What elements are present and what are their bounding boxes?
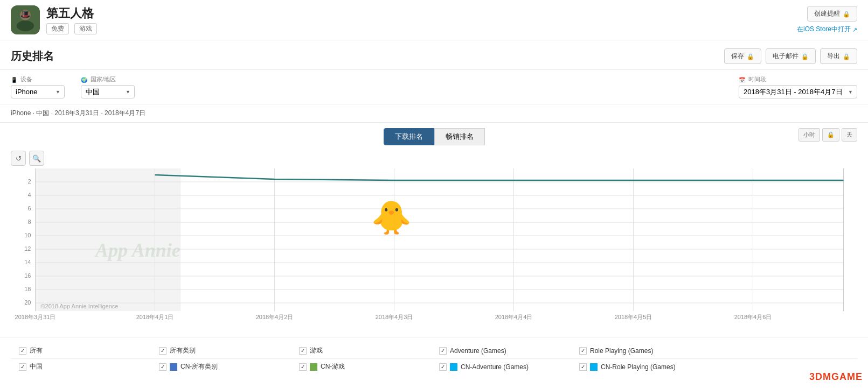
cn-adventure-color [450, 363, 457, 371]
time-period-select[interactable]: 2018年3月31日 - 2018年4月7日 [739, 85, 857, 98]
svg-text:14: 14 [24, 259, 31, 265]
legend-label-cn: 中国 [30, 362, 43, 371]
app-badge-game: 游戏 [74, 23, 97, 34]
hour-button[interactable]: 小时 [798, 128, 820, 142]
save-lock-icon [747, 53, 754, 60]
svg-text:18: 18 [24, 286, 31, 292]
app-icon: 🎩 [11, 5, 40, 34]
chart-container: 下载排名 畅销排名 小时 天 ↺ 🔍 [0, 123, 868, 337]
app-header: 🎩 第五人格 免费 游戏 创建提醒 在iOS Store中打开 [0, 0, 868, 40]
app-badge-free: 免费 [46, 23, 69, 34]
svg-text:2018年4月4日: 2018年4月4日 [495, 314, 533, 320]
svg-text:2018年4月6日: 2018年4月6日 [734, 314, 772, 320]
save-button[interactable]: 保存 [724, 48, 761, 64]
legend-item-role-playing: Role Playing (Games) [571, 343, 711, 358]
svg-text:10: 10 [24, 232, 31, 238]
export-lock-icon [843, 53, 850, 60]
legend-row-2: 中国 CN-所有类别 CN-游戏 CN-Adventure (Games) CN… [11, 358, 857, 375]
svg-text:2018年4月2日: 2018年4月2日 [256, 314, 294, 320]
device-select[interactable]: iPhone iPad [11, 85, 65, 98]
tab-revenue-rank[interactable]: 畅销排名 [434, 128, 485, 145]
chart-tabs: 下载排名 畅销排名 小时 天 [11, 128, 857, 145]
device-select-wrapper: iPhone iPad [11, 85, 65, 98]
cn-all-category-color [170, 363, 177, 371]
svg-text:6: 6 [27, 205, 31, 211]
svg-text:8: 8 [27, 218, 31, 225]
lock-button[interactable] [822, 128, 839, 142]
export-button[interactable]: 导出 [820, 48, 857, 64]
create-alert-button[interactable]: 创建提醒 [807, 6, 857, 22]
legend-checkbox-games[interactable] [299, 347, 307, 355]
legend-label-cn-adventure: CN-Adventure (Games) [461, 363, 529, 371]
legend-checkbox-role-playing[interactable] [579, 347, 587, 355]
legend-checkbox-all[interactable] [19, 347, 26, 355]
svg-text:12: 12 [24, 245, 31, 252]
section-title: 历史排名 [11, 49, 54, 64]
chart-time-buttons: 小时 天 [798, 128, 857, 142]
device-label: 设备 [11, 75, 65, 83]
legend-checkbox-cn-games[interactable] [299, 363, 307, 371]
legend-checkbox-cn-all-category[interactable] [159, 363, 166, 371]
breadcrumb: iPhone · 中国 · 2018年3月31日 · 2018年4月7日 [0, 104, 868, 123]
section-actions: 保存 电子邮件 导出 [724, 48, 857, 64]
legend-checkbox-cn-adventure[interactable] [439, 363, 447, 371]
legend-item-games: 游戏 [291, 343, 431, 358]
time-lock-icon [827, 131, 835, 138]
email-button[interactable]: 电子邮件 [766, 48, 816, 64]
country-icon [81, 76, 88, 83]
time-period-select-wrapper: 2018年3月31日 - 2018年4月7日 [739, 85, 857, 98]
legend-label-all: 所有 [30, 346, 43, 355]
legend-label-cn-games: CN-游戏 [321, 362, 345, 371]
device-icon [11, 76, 18, 83]
create-alert-lock-icon [843, 10, 850, 18]
cn-role-playing-color [590, 363, 598, 371]
legend-item-cn-all-category: CN-所有类别 [151, 359, 291, 375]
app-title-area: 第五人格 免费 游戏 [46, 5, 97, 34]
legend-item-cn: 中国 [11, 359, 151, 375]
country-label: 国家/地区 [81, 75, 135, 83]
legend-container: 所有 所有类别 游戏 Adventure (Games) Role Playin… [0, 337, 868, 380]
legend-label-games: 游戏 [310, 346, 323, 355]
svg-text:©2018 App Annie Intelligence: ©2018 App Annie Intelligence [41, 303, 119, 309]
corner-logo: 3DMGAME [809, 371, 863, 383]
app-meta: 免费 游戏 [46, 23, 97, 34]
filters-row: 设备 iPhone iPad 国家/地区 中国 美国 时间段 2018年3 [0, 70, 868, 104]
legend-label-all-category: 所有类别 [170, 346, 196, 355]
svg-text:2: 2 [27, 178, 31, 185]
legend-label-cn-all-category: CN-所有类别 [180, 362, 218, 371]
tab-download-rank[interactable]: 下载排名 [384, 128, 434, 145]
zoom-button[interactable]: 🔍 [29, 151, 44, 166]
legend-checkbox-all-category[interactable] [159, 347, 166, 355]
reset-zoom-button[interactable]: ↺ [11, 151, 26, 166]
svg-text:2018年4月5日: 2018年4月5日 [615, 314, 652, 320]
time-period-group: 时间段 2018年3月31日 - 2018年4月7日 [739, 75, 857, 98]
legend-label-adventure: Adventure (Games) [450, 347, 506, 355]
svg-text:2018年3月31日: 2018年3月31日 [15, 314, 56, 320]
cn-games-color [310, 363, 317, 371]
svg-text:16: 16 [24, 272, 31, 279]
calendar-icon [739, 76, 746, 83]
chart-svg: 2 4 6 8 10 12 14 16 18 20 2018年3月31日 201… [11, 168, 857, 330]
app-name: 第五人格 [46, 5, 97, 22]
day-button[interactable]: 天 [842, 128, 857, 142]
chart-svg-container: 2 4 6 8 10 12 14 16 18 20 2018年3月31日 201… [11, 168, 857, 331]
svg-text:2018年4月1日: 2018年4月1日 [136, 314, 174, 320]
svg-text:🎩: 🎩 [20, 9, 31, 19]
legend-checkbox-cn-role-playing[interactable] [579, 363, 587, 371]
email-lock-icon [801, 53, 809, 60]
svg-text:20: 20 [24, 299, 31, 306]
legend-checkbox-adventure[interactable] [439, 347, 447, 355]
legend-item-all-category: 所有类别 [151, 343, 291, 358]
external-link-icon [852, 26, 857, 33]
country-select[interactable]: 中国 美国 [81, 85, 135, 98]
chart-tools: ↺ 🔍 [11, 151, 857, 166]
legend-item-adventure-games: Adventure (Games) [431, 343, 571, 358]
legend-item-all: 所有 [11, 343, 151, 358]
section-header: 历史排名 保存 电子邮件 导出 [0, 40, 868, 70]
legend-item-cn-adventure: CN-Adventure (Games) [431, 359, 571, 375]
legend-label-role-playing: Role Playing (Games) [590, 347, 653, 355]
time-period-label: 时间段 [739, 75, 857, 83]
ios-store-link[interactable]: 在iOS Store中打开 [797, 25, 857, 34]
legend-item-cn-role-playing: CN-Role Playing (Games) [571, 359, 711, 375]
legend-checkbox-cn[interactable] [19, 363, 26, 371]
